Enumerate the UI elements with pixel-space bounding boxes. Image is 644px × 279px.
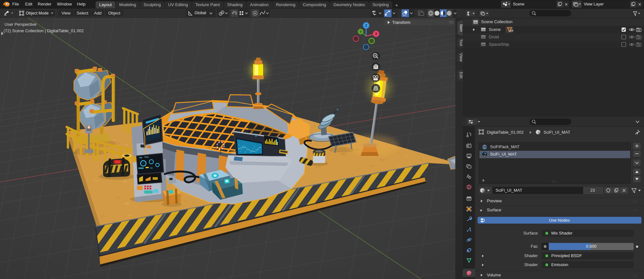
svg-text:X: X [375, 32, 377, 36]
svg-text:(72) Scene Collection | Digita: (72) Scene Collection | DigitalTable_01.… [4, 28, 84, 33]
svg-text:Y: Y [360, 30, 362, 34]
svg-text:Z: Z [365, 24, 367, 27]
svg-text:Transform: Transform [392, 20, 411, 25]
svg-text:User Perspective: User Perspective [5, 22, 36, 27]
